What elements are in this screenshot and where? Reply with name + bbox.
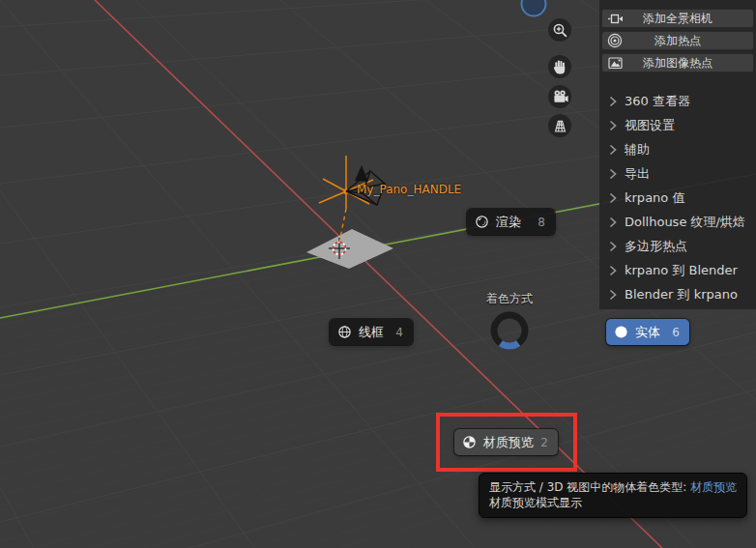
section-label: Dollhouse 纹理/烘焙 — [625, 214, 745, 231]
button-label: 添加全景相机 — [624, 11, 732, 27]
chevron-right-icon — [609, 96, 617, 107]
pie-item-render[interactable]: 渲染 8 — [467, 209, 555, 235]
zoom-in-icon — [552, 22, 568, 39]
wireframe-icon — [337, 325, 352, 339]
pano-camera-icon — [606, 10, 624, 27]
tooltip-line2: 材质预览模式显示 — [489, 495, 737, 510]
pie-item-shortcut: 6 — [672, 326, 680, 339]
sidebar-section-export[interactable]: 导出 — [609, 161, 754, 186]
section-label: Blender 到 krpano — [625, 286, 738, 303]
pie-menu-ring — [488, 309, 531, 352]
section-label: krpano 值 — [625, 189, 684, 207]
pie-menu-title: 着色方式 — [461, 291, 558, 307]
button-label: 添加热点 — [624, 33, 732, 49]
sidebar-section-krpano-to-blender[interactable]: krpano 到 Blender — [609, 258, 754, 282]
object-name-label: My_Pano_HANDLE — [357, 183, 461, 196]
image-hotspot-icon — [606, 54, 624, 72]
pie-item-label: 线框 — [359, 324, 384, 341]
perspective-grid-icon — [551, 117, 569, 135]
chevron-right-icon — [609, 216, 617, 228]
pie-item-label: 渲染 — [496, 214, 521, 231]
section-label: 导出 — [625, 165, 650, 183]
pie-item-shortcut: 8 — [538, 216, 545, 229]
pie-direction-indicator — [501, 343, 518, 346]
sidebar-section-krpano-values[interactable]: krpano 值 — [609, 186, 754, 210]
chevron-right-icon — [609, 192, 617, 204]
section-label: 辅助 — [625, 141, 650, 159]
pan-button[interactable] — [548, 55, 571, 78]
pie-item-shortcut: 4 — [395, 326, 403, 339]
sidebar-section-dollhouse[interactable]: Dollhouse 纹理/烘焙 — [609, 210, 754, 234]
camera-view-button[interactable] — [548, 85, 571, 108]
nav-gizmo-ball[interactable] — [522, 0, 546, 16]
sidebar-section-view-settings[interactable]: 视图设置 — [609, 113, 754, 137]
section-label: 360 查看器 — [625, 93, 690, 110]
blender-3d-viewport[interactable]: My_Pano_HANDLE — [0, 0, 756, 548]
pie-item-wireframe[interactable]: 线框 4 — [330, 319, 413, 345]
button-label: 添加图像热点 — [624, 55, 732, 72]
annotation-highlight-rect — [436, 413, 577, 472]
tooltip-description: 显示方式 / 3D 视图中的物体着色类型: — [489, 480, 690, 494]
chevron-right-icon — [609, 289, 617, 301]
zoom-button[interactable] — [548, 18, 571, 42]
section-label: krpano 到 Blender — [625, 262, 738, 279]
pie-item-solid[interactable]: 实体 6 — [606, 319, 689, 345]
chevron-right-icon — [609, 120, 617, 131]
tooltip: 显示方式 / 3D 视图中的物体着色类型: 材质预览 材质预览模式显示 — [479, 473, 747, 518]
chevron-right-icon — [609, 144, 617, 156]
add-pano-camera-button[interactable]: 添加全景相机 — [601, 9, 754, 28]
sidebar-section-assist[interactable]: 辅助 — [609, 137, 754, 161]
render-icon — [475, 215, 489, 229]
add-image-hotspot-button[interactable]: 添加图像热点 — [601, 53, 754, 72]
krpano-sidebar-panel: 添加全景相机 添加热点 添加图像热点 — [599, 0, 756, 309]
pie-item-label: 实体 — [635, 324, 660, 341]
camera-view-icon — [551, 88, 569, 106]
chevron-right-icon — [609, 168, 617, 180]
tooltip-value: 材质预览 — [690, 480, 737, 494]
hotspot-icon — [606, 32, 624, 49]
sidebar-section-polygon-hotspot[interactable]: 多边形热点 — [609, 234, 754, 258]
perspective-toggle-button[interactable] — [548, 114, 571, 137]
add-hotspot-button[interactable]: 添加热点 — [601, 31, 754, 50]
solid-icon — [614, 325, 628, 339]
section-label: 多边形热点 — [625, 238, 687, 255]
pan-hand-icon — [551, 58, 568, 75]
chevron-right-icon — [609, 265, 617, 276]
section-label: 视图设置 — [625, 117, 675, 134]
chevron-right-icon — [609, 241, 617, 252]
sidebar-section-360-viewer[interactable]: 360 查看器 — [609, 89, 754, 113]
tooltip-line1: 显示方式 / 3D 视图中的物体着色类型: 材质预览 — [489, 479, 737, 495]
sidebar-section-blender-to-krpano[interactable]: Blender 到 krpano — [609, 282, 754, 306]
